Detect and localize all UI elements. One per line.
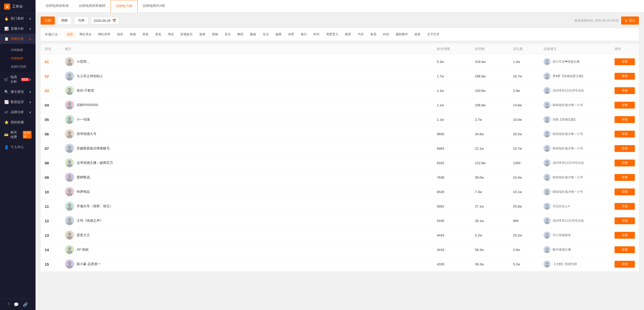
related-avatar <box>543 174 551 181</box>
industry-health[interactable]: 健康 <box>273 31 284 38</box>
industry-fashion-looks[interactable]: 颜值 <box>247 31 259 38</box>
industry-politics[interactable]: 政务 <box>412 31 423 38</box>
sidebar-sub-anchor-search[interactable]: · 抖榜搜索 <box>0 46 36 54</box>
chevron-up-icon: ∧ <box>29 37 31 41</box>
industry-life[interactable]: 生活 <box>260 31 271 38</box>
export-label: 导出 <box>629 18 635 23</box>
industry-bank[interactable]: 银行 <box>298 31 309 38</box>
svg-point-2 <box>546 60 548 62</box>
date-picker[interactable]: 2020-06-29 📅 <box>91 17 119 24</box>
fans-total: 58.3w <box>475 248 513 252</box>
industry-hiphop[interactable]: 网红帅哥 <box>96 31 113 38</box>
industry-makeup[interactable]: 美妆 <box>153 31 164 38</box>
detail-btn[interactable]: 详情 <box>615 160 635 166</box>
tab-roi[interactable]: 挂榜电商ROI榜 <box>138 0 170 12</box>
detail-btn[interactable]: 详情 <box>615 188 635 195</box>
sidebar-item-personal[interactable]: 👤 个人中心 <box>0 142 36 152</box>
related-streamer: 清河李哥12月29号活动 <box>543 217 615 224</box>
svg-point-12 <box>68 102 71 106</box>
week-btn[interactable]: 周榜 <box>57 16 72 25</box>
sidebar-sub-anchor-hot[interactable]: · 抖榜热榜 <box>0 54 36 63</box>
tab-hot[interactable]: 挂榜热力榜 <box>110 0 138 12</box>
sidebar-sub-old-anchor[interactable]: · 老榜打赏榜 <box>0 63 36 71</box>
fans-total: 196.8w <box>475 74 513 78</box>
svg-point-13 <box>67 106 72 109</box>
svg-point-11 <box>545 91 549 94</box>
industry-style[interactable]: 时尚 <box>311 31 322 38</box>
related-avatar <box>543 73 551 80</box>
detail-btn[interactable]: 详情 <box>615 203 635 210</box>
industry-car[interactable]: 汽车 <box>355 31 366 38</box>
svg-point-38 <box>546 190 548 192</box>
sidebar-item-brand[interactable]: 🏷 品牌分析 ∨ <box>0 107 36 117</box>
rank-num: 07 <box>45 146 65 151</box>
rank-num: 08 <box>45 161 65 165</box>
industry-parenting2[interactable]: 母婴育儿 <box>324 31 341 38</box>
sidebar-logo: 台 工作台 <box>0 0 36 13</box>
industry-beauty[interactable]: 网红美女 <box>77 31 94 38</box>
industry-food[interactable]: 美食 <box>140 31 151 38</box>
detail-btn[interactable]: 详情 <box>615 116 635 123</box>
detail-btn[interactable]: 详情 <box>615 174 635 181</box>
industry-games[interactable]: 游戏 <box>197 31 208 38</box>
detail-btn[interactable]: 详情 <box>615 217 635 224</box>
sidebar-label-brand: 品牌分析 <box>11 110 24 114</box>
svg-point-53 <box>67 250 72 254</box>
industry-tech[interactable]: 科技 <box>381 31 392 38</box>
tab-sales-rank[interactable]: 挂榜电商销售额榜 <box>74 0 110 12</box>
rank-num: 03 <box>45 89 65 93</box>
sidebar-item-anchor-analysis[interactable]: 📋 抖榜分析 ∧ <box>0 34 36 44</box>
industry-dance[interactable]: 舞蹈 <box>235 31 246 38</box>
detail-btn[interactable]: 详情 <box>615 87 635 94</box>
industry-photo[interactable]: 摄影教学 <box>393 31 410 38</box>
sidebar-item-collection[interactable]: ⭐ 我的收藏 <box>0 117 36 127</box>
related-name: 梦♥梦【情感追爱主播】 <box>553 74 585 78</box>
content-area: 日榜 周榜 月榜 2020-06-29 📅 数据更新时间: 2020-06-30… <box>36 12 644 310</box>
sidebar-item-ecommerce[interactable]: 🛒 电商分析 NEW ∨ <box>0 72 36 87</box>
detail-btn[interactable]: 详情 <box>615 232 635 239</box>
gifts-count: 20.2w <box>513 233 543 237</box>
detail-btn[interactable]: 详情 <box>615 261 635 268</box>
fans-total: 150.6w <box>475 89 513 93</box>
detail-btn[interactable]: 详情 <box>615 102 635 109</box>
industry-literature[interactable]: 文字艺术 <box>425 31 442 38</box>
detail-btn[interactable]: 详情 <box>615 73 635 80</box>
avatar <box>65 158 74 167</box>
detail-btn[interactable]: 详情 <box>615 246 635 253</box>
industry-education[interactable]: 教育 <box>342 31 354 38</box>
data-monitor-icon: 📈 <box>4 100 9 104</box>
industry-entertainment[interactable]: 影视娱乐 <box>178 31 195 38</box>
sidebar-item-streamer-search[interactable]: 🔍 播主查找 ∨ <box>0 87 36 97</box>
industry-music[interactable]: 音乐 <box>222 31 233 38</box>
link-icon[interactable]: 🔗 <box>23 302 28 307</box>
rank-num: 14 <box>45 248 65 252</box>
industry-emotion[interactable]: 情感 <box>127 31 138 38</box>
sidebar-item-live-analysis[interactable]: 📊 直播分析 ∨ <box>0 24 36 34</box>
industry-home[interactable]: 家居 <box>368 31 379 38</box>
streamer-info: 九儿菲之冉创始人 <box>65 72 437 81</box>
industry-all[interactable]: 全部 <box>64 31 75 38</box>
industry-parenting[interactable]: 孕括 <box>165 31 176 38</box>
sidebar-sub-anchor: · 抖榜搜索 · 抖榜热榜 · 老榜打赏榜 <box>0 44 36 72</box>
detail-btn[interactable]: 详情 <box>615 131 635 137</box>
industry-funny[interactable]: 搞笑 <box>114 31 126 38</box>
help-icon[interactable]: ? <box>8 302 10 307</box>
sidebar-item-data-monitor[interactable]: 📈 数据监控 ∨ <box>0 97 36 107</box>
related-streamer: 嘻哈哒杜瑞才唯一小号 <box>543 145 615 152</box>
svg-point-16 <box>68 117 71 120</box>
sidebar-item-hot-materials[interactable]: 🔥 热门素材 ∨ <box>0 13 36 24</box>
export-btn[interactable]: ⬆ 导出 <box>621 16 639 25</box>
chat-icon[interactable]: 💬 <box>14 302 19 307</box>
fans-growth: 4330 <box>437 262 475 266</box>
sidebar-item-buy[interactable]: 💳 购买续费 折后6折 <box>0 127 36 142</box>
detail-btn[interactable]: 详情 <box>615 58 635 65</box>
day-btn[interactable]: 日榜 <box>41 16 55 25</box>
industry-sports[interactable]: 体育 <box>286 31 297 38</box>
tab-sales-anchor[interactable]: 挂榜电商销售榜 <box>41 0 74 12</box>
month-btn[interactable]: 月榜 <box>74 16 88 25</box>
sidebar-label-streamer: 播主查找 <box>11 90 24 94</box>
detail-btn[interactable]: 详情 <box>615 145 635 152</box>
industry-pets[interactable]: 宠物 <box>209 31 221 38</box>
avatar <box>65 216 74 225</box>
svg-point-20 <box>68 131 71 135</box>
